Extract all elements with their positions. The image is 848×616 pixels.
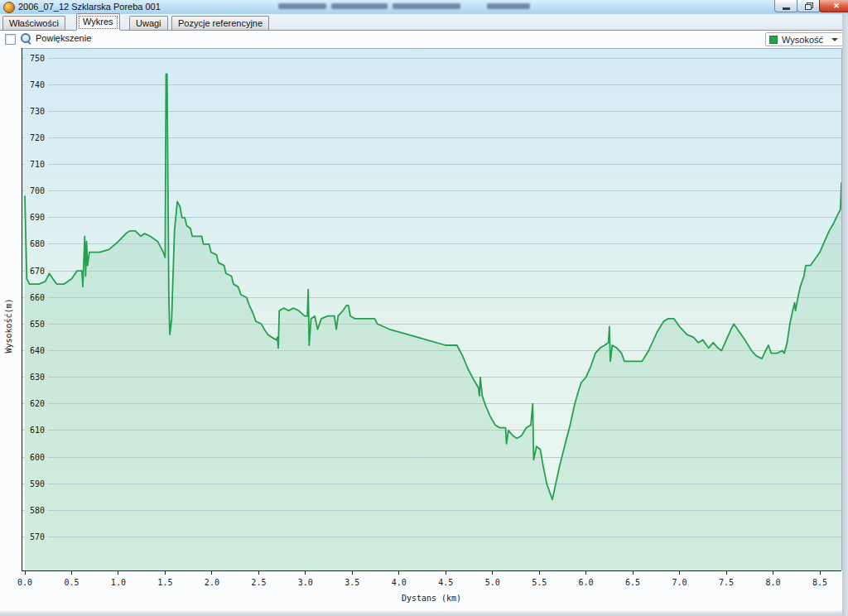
tab-strip: Właściwości Wykres Uwagi Pozycje referen…: [0, 14, 842, 30]
svg-text:Wysokość(m): Wysokość(m): [4, 298, 13, 353]
svg-text:0.5: 0.5: [64, 578, 79, 587]
svg-text:2.0: 2.0: [205, 578, 219, 587]
svg-text:0.0: 0.0: [17, 578, 32, 587]
svg-text:720: 720: [30, 133, 45, 142]
svg-text:8.0: 8.0: [765, 578, 780, 587]
minimize-icon: [783, 7, 790, 10]
window-title: 2006_07_12 Szklarska Poreba 001: [18, 2, 161, 12]
svg-text:610: 610: [30, 426, 45, 435]
svg-text:6.5: 6.5: [625, 578, 640, 587]
app-icon: [3, 2, 15, 13]
app-window: 2006_07_12 Szklarska Poreba 001 ✕ Właści…: [0, 0, 848, 616]
tab-uwagi[interactable]: Uwagi: [129, 16, 168, 30]
svg-text:1.0: 1.0: [111, 578, 126, 587]
elevation-chart[interactable]: 5705805906006106206306406506606706806907…: [0, 46, 842, 612]
series-color-swatch: [769, 36, 778, 44]
svg-text:700: 700: [30, 186, 45, 195]
svg-text:4.5: 4.5: [438, 578, 453, 587]
zoom-checkbox-label: Powiększenie: [36, 33, 91, 43]
magnifier-icon: [21, 33, 31, 44]
svg-text:600: 600: [30, 453, 45, 462]
svg-text:7.5: 7.5: [719, 578, 734, 587]
svg-text:750: 750: [30, 54, 45, 63]
series-select-value: Wysokość: [782, 35, 831, 45]
svg-text:660: 660: [30, 293, 45, 302]
svg-text:4.0: 4.0: [392, 578, 407, 587]
svg-text:680: 680: [30, 239, 45, 248]
svg-text:640: 640: [30, 346, 45, 355]
svg-text:650: 650: [30, 320, 45, 329]
redacted-text: [487, 3, 530, 9]
svg-text:620: 620: [30, 399, 45, 408]
elevation-profile-plot: 5705805906006106206306406506606706806907…: [0, 46, 842, 612]
title-bar: 2006_07_12 Szklarska Poreba 001 ✕: [0, 0, 848, 15]
svg-text:6.0: 6.0: [579, 578, 594, 587]
svg-text:8.5: 8.5: [812, 578, 827, 587]
window-frame-right: [842, 14, 848, 616]
svg-text:740: 740: [30, 80, 45, 89]
redacted-text: [278, 3, 326, 9]
svg-text:5.5: 5.5: [532, 578, 547, 587]
svg-text:2.5: 2.5: [251, 578, 266, 587]
tab-wlasciwosci[interactable]: Właściwości: [2, 16, 65, 30]
chart-toolbar: Powiększenie Wysokość: [0, 31, 842, 46]
svg-text:7.0: 7.0: [672, 578, 687, 587]
close-button[interactable]: ✕: [819, 0, 848, 12]
svg-text:630: 630: [30, 373, 45, 382]
restore-button[interactable]: [797, 0, 821, 12]
svg-text:670: 670: [30, 267, 45, 276]
tab-pozycje-referencyjne[interactable]: Pozycje referencyjne: [171, 16, 269, 30]
svg-text:730: 730: [30, 107, 45, 116]
close-icon: ✕: [833, 2, 840, 10]
svg-text:3.5: 3.5: [344, 578, 359, 587]
window-frame-bottom: [0, 611, 842, 616]
tab-wykres[interactable]: Wykres: [76, 13, 120, 30]
redacted-text: [393, 3, 460, 9]
svg-text:690: 690: [30, 213, 45, 222]
redacted-text: [331, 3, 388, 9]
tab-page-wykres: Powiększenie Wysokość 570580590600610620…: [0, 30, 842, 612]
svg-text:Dystans (km): Dystans (km): [402, 594, 461, 603]
svg-text:3.0: 3.0: [298, 578, 313, 587]
svg-text:580: 580: [30, 506, 45, 515]
svg-text:570: 570: [30, 532, 45, 541]
svg-text:5.0: 5.0: [485, 578, 500, 587]
svg-text:710: 710: [30, 160, 45, 169]
series-select-combo[interactable]: Wysokość: [765, 32, 843, 46]
svg-text:1.5: 1.5: [157, 578, 172, 587]
zoom-checkbox[interactable]: [5, 34, 16, 45]
restore-icon: [805, 2, 812, 9]
svg-text:590: 590: [30, 479, 45, 488]
chevron-down-icon: [831, 38, 838, 41]
minimize-button[interactable]: [774, 0, 798, 12]
